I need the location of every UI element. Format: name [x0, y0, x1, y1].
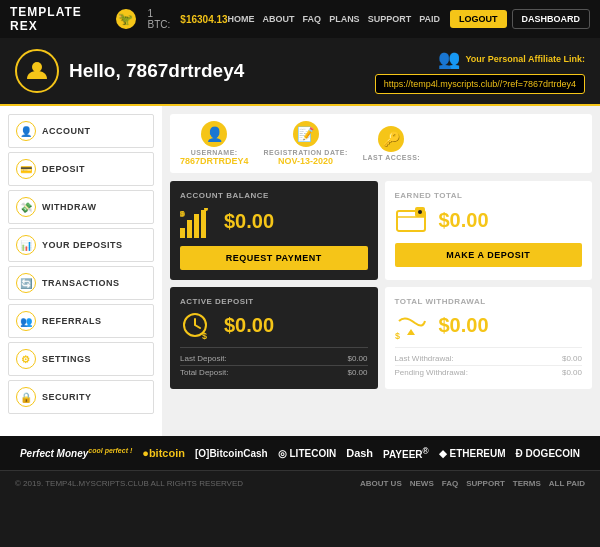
sidebar-security-label: SECURITY [42, 392, 92, 402]
last-withdrawal-label: Last Withdrawal: [395, 354, 454, 363]
last-withdrawal-value: $0.00 [562, 354, 582, 363]
active-deposit-amount: $0.00 [224, 314, 274, 337]
svg-text:$: $ [180, 209, 185, 218]
last-deposit-row: Last Deposit: $0.00 [180, 352, 368, 365]
sidebar-deposit-label: DEPOSIT [42, 164, 85, 174]
earned-total-body: $0.00 [395, 205, 583, 235]
dashboard-button[interactable]: DASHBOARD [512, 9, 591, 29]
nav-support[interactable]: SUPPORT [368, 14, 412, 24]
sidebar-account-label: ACCOUNT [42, 126, 91, 136]
logout-button[interactable]: LOGOUT [450, 10, 507, 28]
footer-faq[interactable]: FAQ [442, 479, 458, 488]
pm-bitcoin-cash: [O]BitcoinCash [195, 448, 268, 459]
user-info-bar: 👤 USERNAME: 7867DRTRDEY4 📝 REGISTRATION … [170, 114, 592, 173]
nav-paid[interactable]: PAID [419, 14, 440, 24]
pending-withdrawal-label: Pending Withdrawal: [395, 368, 468, 377]
svg-rect-3 [194, 214, 199, 238]
total-deposit-value: $0.00 [347, 368, 367, 377]
footer-all-paid[interactable]: ALL PAID [549, 479, 585, 488]
nav-faq[interactable]: FAQ [303, 14, 322, 24]
deposit-icon: 💳 [16, 159, 36, 179]
btc-value: $16304.13 [180, 14, 227, 25]
last-withdrawal-row: Last Withdrawal: $0.00 [395, 352, 583, 365]
sidebar-item-deposit[interactable]: 💳 DEPOSIT [8, 152, 154, 186]
reg-date-block: 📝 REGISTRATION DATE: NOV-13-2020 [264, 121, 348, 166]
nav-plans[interactable]: PLANS [329, 14, 360, 24]
sidebar-referrals-label: REFERRALS [42, 316, 102, 326]
logo-text: TEMPLATE REX [10, 5, 112, 33]
affiliate-label: Your Personal Affiliate Link: [465, 54, 585, 64]
svg-point-0 [32, 62, 42, 72]
last-access-block: 🔑 LAST ACCESS: [363, 126, 420, 161]
footer-terms[interactable]: TERMS [513, 479, 541, 488]
sidebar-item-settings[interactable]: ⚙ SETTINGS [8, 342, 154, 376]
hero-left: Hello, 7867drtrdey4 [15, 49, 244, 93]
footer-support[interactable]: SUPPORT [466, 479, 505, 488]
sidebar-item-security[interactable]: 🔒 SECURITY [8, 380, 154, 414]
payment-methods-row: Perfect Moneycool perfect ! ●bitcoin [O]… [15, 446, 585, 460]
withdrawal-icon: $ [395, 311, 431, 341]
pm-dogecoin: Ð DOGECOIN [516, 448, 580, 459]
sidebar-item-transactions[interactable]: 🔄 TRANSACTIONS [8, 266, 154, 300]
request-payment-button[interactable]: REQUEST PAYMENT [180, 246, 368, 270]
sidebar-item-your-deposits[interactable]: 📊 YOUR DEPOSITS [8, 228, 154, 262]
account-balance-label: ACCOUNT BALANCE [180, 191, 368, 200]
reg-label: REGISTRATION DATE: [264, 149, 348, 156]
svg-text:$: $ [395, 331, 400, 341]
footer-nav: ABOUT US NEWS FAQ SUPPORT TERMS ALL PAID [360, 479, 585, 488]
svg-rect-1 [180, 228, 185, 238]
main-layout: 👤 ACCOUNT 💳 DEPOSIT 💸 WITHDRAW 📊 YOUR DE… [0, 106, 600, 436]
header: TEMPLATE REX 🦖 1 BTC: $16304.13 HOME ABO… [0, 0, 600, 38]
make-deposit-button[interactable]: MAKE A DEPOSIT [395, 243, 583, 267]
balance-chart-icon: $ [180, 205, 216, 238]
bottom-footer: © 2019. TEMP4L.MYSCRIPTS.CLUB ALL RIGHTS… [0, 470, 600, 496]
hero-section: Hello, 7867drtrdey4 👥 Your Personal Affi… [0, 38, 600, 106]
svg-rect-4 [201, 210, 206, 238]
account-balance-body: $ $0.00 [180, 205, 368, 238]
sidebar: 👤 ACCOUNT 💳 DEPOSIT 💸 WITHDRAW 📊 YOUR DE… [0, 106, 162, 436]
account-icon: 👤 [16, 121, 36, 141]
btc-price-section: 1 BTC: $16304.13 [148, 8, 228, 30]
avatar [15, 49, 59, 93]
account-balance-amount: $0.00 [224, 210, 274, 233]
footer-about-us[interactable]: ABOUT US [360, 479, 402, 488]
nav-home[interactable]: HOME [228, 14, 255, 24]
settings-icon: ⚙ [16, 349, 36, 369]
withdraw-icon: 💸 [16, 197, 36, 217]
username-block: 👤 USERNAME: 7867DRTRDEY4 [180, 121, 249, 166]
affiliate-link[interactable]: https://temp4l.myscripts.club//?ref=7867… [375, 74, 585, 94]
your-deposits-icon: 📊 [16, 235, 36, 255]
earned-total-card: EARNED TOTAL $0.00 MAKE A DEPOSIT [385, 181, 593, 280]
make-deposit-btn-wrapper: MAKE A DEPOSIT [395, 243, 583, 267]
account-balance-card: ACCOUNT BALANCE $ $0.00 [170, 181, 378, 280]
nav-about[interactable]: ABOUT [263, 14, 295, 24]
security-icon: 🔒 [16, 387, 36, 407]
greeting-text: Hello, 7867drtrdey4 [69, 60, 244, 82]
sidebar-item-withdraw[interactable]: 💸 WITHDRAW [8, 190, 154, 224]
pm-payeer: PAYEER® [383, 446, 429, 460]
main-nav: HOME ABOUT FAQ PLANS SUPPORT PAID [228, 14, 440, 24]
username-label: USERNAME: [191, 149, 238, 156]
stats-grid: ACCOUNT BALANCE $ $0.00 [170, 181, 592, 389]
total-withdrawal-label: TOTAL WITHDRAWAL [395, 297, 583, 306]
content-area: 👤 USERNAME: 7867DRTRDEY4 📝 REGISTRATION … [162, 106, 600, 436]
earned-total-amount: $0.00 [439, 209, 489, 232]
svg-text:$: $ [202, 331, 207, 341]
username-value: 7867DRTRDEY4 [180, 156, 249, 166]
active-deposit-sub: Last Deposit: $0.00 Total Deposit: $0.00 [180, 347, 368, 379]
copyright-text: © 2019. TEMP4L.MYSCRIPTS.CLUB ALL RIGHTS… [15, 479, 243, 488]
active-deposit-body: $ $0.00 [180, 311, 368, 341]
earned-total-label: EARNED TOTAL [395, 191, 583, 200]
pm-bitcoin: ●bitcoin [142, 447, 185, 459]
reg-value: NOV-13-2020 [278, 156, 333, 166]
footer-news[interactable]: NEWS [410, 479, 434, 488]
withdrawal-sub: Last Withdrawal: $0.00 Pending Withdrawa… [395, 347, 583, 379]
pm-litecoin: ◎ LITECOIN [278, 448, 336, 459]
sidebar-item-referrals[interactable]: 👥 REFERRALS [8, 304, 154, 338]
pending-withdrawal-value: $0.00 [562, 368, 582, 377]
logo-icon: 🦖 [116, 9, 136, 29]
logo: TEMPLATE REX 🦖 [10, 5, 136, 33]
last-deposit-value: $0.00 [347, 354, 367, 363]
sidebar-your-deposits-label: YOUR DEPOSITS [42, 240, 123, 250]
sidebar-item-account[interactable]: 👤 ACCOUNT [8, 114, 154, 148]
